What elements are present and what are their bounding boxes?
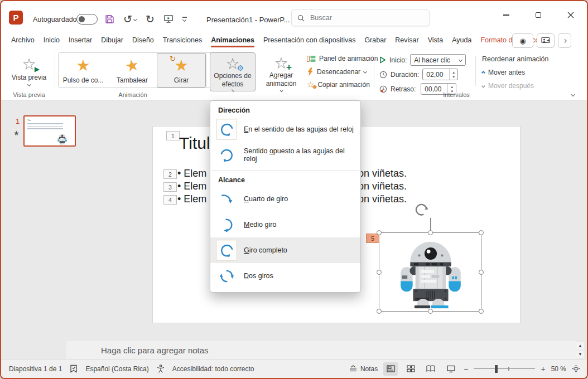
minimize-button[interactable] xyxy=(490,1,522,29)
slideshow-view-button[interactable] xyxy=(444,362,458,376)
menu-item-quarter-spin[interactable]: Cuarto de giro xyxy=(210,186,360,212)
search-box[interactable] xyxy=(291,9,430,26)
trigger-button[interactable]: Desencadenar xyxy=(307,67,367,76)
zoom-slider[interactable] xyxy=(474,365,535,373)
two-spins-icon xyxy=(216,265,237,286)
animation-badge-2[interactable]: 2 xyxy=(163,169,177,179)
redo-icon[interactable]: ↻ xyxy=(146,14,155,25)
tab-animaciones[interactable]: Animaciones xyxy=(206,33,259,48)
tab-diseno[interactable]: Diseño xyxy=(128,33,158,48)
tab-ayuda[interactable]: Ayuda xyxy=(447,33,476,48)
zoom-in-button[interactable]: + xyxy=(541,365,545,373)
customize-qat-button[interactable] xyxy=(182,17,187,21)
resize-handle-s[interactable] xyxy=(428,309,433,314)
autosave-toggle[interactable] xyxy=(76,14,98,25)
collapse-ribbon-icon[interactable] xyxy=(571,92,575,96)
bullet-text[interactable]: • Elem xyxy=(177,193,206,205)
menu-item-half-spin[interactable]: Medio giro xyxy=(210,212,360,237)
lightning-icon xyxy=(307,67,314,76)
animation-badge-5[interactable]: 5 xyxy=(366,234,379,243)
close-button[interactable] xyxy=(555,1,587,29)
rotate-counterclockwise-icon xyxy=(216,144,237,166)
tab-grabar[interactable]: Grabar xyxy=(360,33,391,48)
proofing-icon[interactable] xyxy=(70,365,78,373)
chevron-up-icon xyxy=(481,70,485,74)
resize-handle-ne[interactable] xyxy=(479,230,484,235)
powerpoint-app-icon[interactable]: P xyxy=(9,11,23,25)
normal-view-icon xyxy=(387,365,395,372)
bullet-text[interactable]: • Elem xyxy=(177,168,206,179)
zoom-slider-thumb[interactable] xyxy=(495,365,498,373)
reading-view-button[interactable] xyxy=(423,362,438,376)
slide-title-text[interactable]: Titul xyxy=(179,134,210,153)
animation-badge-3[interactable]: 3 xyxy=(163,182,177,192)
tab-revisar[interactable]: Revisar xyxy=(391,33,423,48)
chevron-down-icon xyxy=(481,84,485,88)
bullet-text-end[interactable]: on viñetas. xyxy=(358,181,407,192)
move-later-button[interactable]: Mover después xyxy=(482,82,534,90)
slide-indicator[interactable]: Diapositiva 1 de 1 xyxy=(9,365,62,373)
menu-item-two-spins[interactable]: Dos giros xyxy=(210,263,360,289)
search-input[interactable] xyxy=(309,13,409,22)
ribbon-overflow-button[interactable] xyxy=(558,33,571,48)
scroll-up-button[interactable]: ▲ xyxy=(576,342,584,349)
notes-toggle-button[interactable]: Notas xyxy=(349,365,378,373)
tab-presentacion[interactable]: Presentación con diapositivas xyxy=(259,33,360,48)
record-button[interactable]: ◉ xyxy=(512,33,533,48)
gallery-item-girar[interactable]: ★↻ Girar xyxy=(157,53,206,88)
animation-badge-4[interactable]: 4 xyxy=(163,195,177,205)
zoom-out-button[interactable]: − xyxy=(464,365,468,373)
maximize-button[interactable] xyxy=(522,1,555,29)
tab-dibujar[interactable]: Dibujar xyxy=(97,33,128,48)
tab-transiciones[interactable]: Transiciones xyxy=(158,33,206,48)
menu-item-full-spin[interactable]: Giro completo xyxy=(210,237,360,263)
tab-archivo[interactable]: Archivo xyxy=(7,33,39,48)
gallery-item-tambalear[interactable]: ★ Tambalear xyxy=(108,53,157,88)
normal-view-button[interactable] xyxy=(383,362,398,376)
slide-thumbnail[interactable]: Titu xyxy=(23,115,76,147)
bullet-text-end[interactable]: on viñetas. xyxy=(358,168,407,179)
spinner-arrows[interactable]: ▴▾ xyxy=(449,69,457,80)
spin-animation-preview-icon xyxy=(414,202,428,217)
scroll-down-button[interactable]: ▼ xyxy=(576,351,584,358)
menu-item-clockwise[interactable]: En el sentido de las agujas del reloj xyxy=(210,116,360,142)
resize-handle-w[interactable] xyxy=(377,270,382,275)
language-indicator[interactable]: Español (Costa Rica) xyxy=(85,365,148,373)
animation-pane-label: Panel de animación xyxy=(319,55,378,62)
animation-badge-1[interactable]: 1 xyxy=(166,131,180,140)
resize-handle-nw[interactable] xyxy=(377,230,382,235)
resize-handle-sw[interactable] xyxy=(377,309,382,314)
duration-clock-icon xyxy=(379,71,387,79)
slideshow-from-start-icon[interactable] xyxy=(163,14,173,23)
gallery-item-label: Tambalear xyxy=(117,76,148,84)
duration-spinner[interactable]: 02,00▴▾ xyxy=(422,69,458,80)
present-in-teams-button[interactable] xyxy=(537,33,555,48)
preview-button[interactable]: ☆▶ Vista previa xyxy=(7,52,51,91)
start-select[interactable]: Al hacer clic xyxy=(410,54,466,66)
add-animation-button[interactable]: ☆+ Agregar animación xyxy=(259,52,303,91)
animation-pane-button[interactable]: Panel de animación xyxy=(307,55,378,62)
accessibility-status[interactable]: Accesibilidad: todo correcto xyxy=(172,365,254,373)
menu-item-counterclockwise[interactable]: Sentido opuesto a las agujas del reloj xyxy=(210,142,360,168)
resize-handle-se[interactable] xyxy=(479,309,484,314)
animation-painter-button[interactable]: ☆ Copiar animación xyxy=(307,80,370,89)
bullet-text[interactable]: • Elem xyxy=(177,181,206,192)
effect-options-button[interactable]: ☆⚙ Opciones de efectos xyxy=(210,52,256,91)
fit-to-window-icon[interactable] xyxy=(572,365,580,373)
notes-pane[interactable]: Haga clic para agregar notas xyxy=(66,341,577,359)
tab-inicio[interactable]: Inicio xyxy=(39,33,64,48)
robot-image[interactable] xyxy=(397,237,465,309)
record-icon: ◉ xyxy=(519,37,526,45)
tab-insertar[interactable]: Insertar xyxy=(64,33,97,48)
resize-handle-n[interactable] xyxy=(428,230,433,235)
bullet-text-end[interactable]: on viñetas. xyxy=(358,193,407,205)
image-selection-box[interactable] xyxy=(379,232,481,312)
gallery-item-pulso[interactable]: ★ Pulso de co... xyxy=(59,53,108,88)
undo-button[interactable]: ↺ xyxy=(123,14,137,25)
save-icon[interactable] xyxy=(105,14,114,24)
slide-sorter-view-button[interactable] xyxy=(403,362,418,376)
tab-vista[interactable]: Vista xyxy=(423,33,448,48)
move-earlier-button[interactable]: Mover antes xyxy=(482,69,525,76)
zoom-level[interactable]: 50 % xyxy=(551,365,566,373)
resize-handle-e[interactable] xyxy=(479,270,484,275)
